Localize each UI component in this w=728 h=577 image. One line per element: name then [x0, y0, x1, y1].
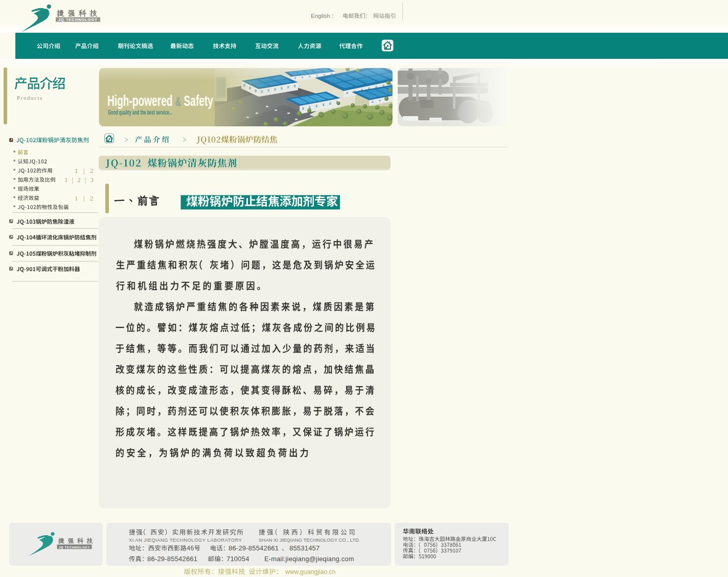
svg-text:E-mail:jieqiang@jieqiang.com: E-mail:jieqiang@jieqiang.com	[264, 555, 354, 563]
svg-text:www.guangjiao.cn: www.guangjiao.cn	[285, 568, 335, 575]
svg-text:English: English	[311, 13, 330, 19]
svg-text:710054: 710054	[226, 555, 249, 563]
svg-text:SHAN XI JIEQIANG TECHNOLOGY CO: SHAN XI JIEQIANG TECHNOLOGY CO., LTD.	[259, 537, 360, 543]
svg-text:1 | 2: 1 | 2	[75, 194, 95, 202]
svg-text:High-powered & Safety: High-powered & Safety	[107, 93, 213, 109]
svg-text:86-29-85542661: 86-29-85542661	[229, 544, 279, 552]
svg-text:Good quality and the best serv: Good quality and the best service...	[108, 108, 172, 116]
svg-text:85531457: 85531457	[289, 544, 320, 552]
svg-text:XI AN JIEQIANG TECHNOLOGY LABO: XI AN JIEQIANG TECHNOLOGY LABORATORY	[129, 537, 242, 543]
svg-text:1 | 2 | 3: 1 | 2 | 3	[64, 176, 95, 184]
svg-text:86-29-85542661: 86-29-85542661	[147, 555, 197, 563]
svg-text:1 | 2: 1 | 2	[75, 167, 95, 174]
svg-text:Products: Products	[17, 95, 43, 101]
svg-text:JQ TECHNOLOGY: JQ TECHNOLOGY	[58, 17, 98, 22]
svg-text:JQ TECHNOLOGY: JQ TECHNOLOGY	[59, 545, 90, 549]
